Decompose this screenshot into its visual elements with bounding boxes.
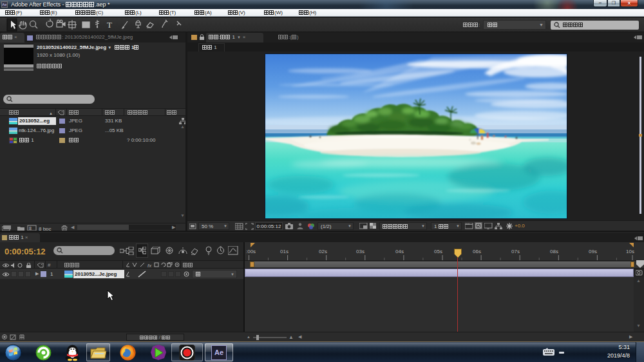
svg-text:8: 8 <box>29 226 32 231</box>
svg-text:T: T <box>107 20 112 30</box>
svg-text:fx: fx <box>147 263 152 268</box>
